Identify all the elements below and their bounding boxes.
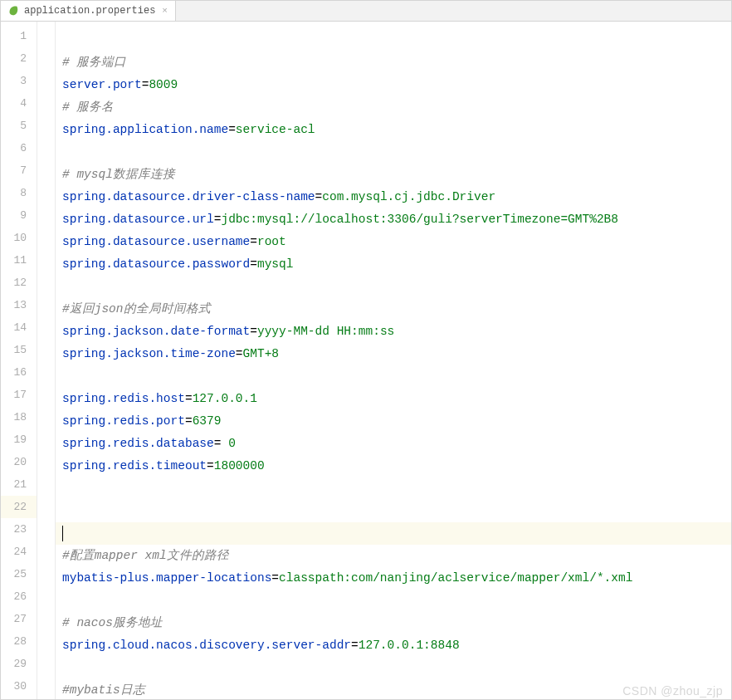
code-line[interactable]: spring.datasource.url=jdbc:mysql://local… <box>62 208 731 231</box>
code-line[interactable] <box>56 522 731 545</box>
property-key: spring.datasource.username <box>62 235 250 248</box>
code-line[interactable]: #mybatis日志 <box>62 679 731 700</box>
line-number: 18 <box>1 406 37 428</box>
property-value: root <box>257 235 286 248</box>
code-line[interactable] <box>62 365 731 388</box>
equals-sign: = <box>185 392 193 405</box>
code-line[interactable]: #配置mapper xml文件的路径 <box>62 545 731 567</box>
comment: # 服务端口 <box>62 56 126 69</box>
comment: # mysql数据库连接 <box>62 168 175 181</box>
code-line[interactable]: spring.cloud.nacos.discovery.server-addr… <box>62 634 731 657</box>
property-key: spring.redis.timeout <box>62 459 207 472</box>
property-value: 127.0.0.1:8848 <box>359 639 460 652</box>
equals-sign: = <box>236 347 243 360</box>
code-line[interactable]: spring.redis.port=6379 <box>62 410 731 433</box>
indent-guide <box>37 22 56 699</box>
line-number: 11 <box>1 249 37 272</box>
property-key: spring.datasource.driver-class-name <box>62 190 315 203</box>
property-key: spring.redis.database <box>62 437 214 450</box>
property-value: 127.0.0.1 <box>193 392 257 405</box>
property-value: 8009 <box>149 78 178 91</box>
editor: 1234567891011121314151617181920212223242… <box>1 22 731 699</box>
equals-sign: = <box>271 571 279 585</box>
property-key: mybatis-plus.mapper-locations <box>62 571 271 585</box>
property-value: yyyy-MM-dd HH:mm:ss <box>257 325 394 338</box>
line-number: 1 <box>1 25 37 47</box>
close-icon[interactable]: × <box>160 7 168 15</box>
line-number: 25 <box>1 563 37 585</box>
line-number: 14 <box>1 316 37 339</box>
property-key: spring.cloud.nacos.discovery.server-addr <box>62 639 351 652</box>
code-line[interactable]: server.port=8009 <box>62 74 731 96</box>
equals-sign: = <box>250 325 257 338</box>
property-key: spring.application.name <box>62 123 228 136</box>
code-line[interactable] <box>62 657 731 679</box>
equals-sign: = <box>214 437 228 450</box>
line-number: 12 <box>1 272 37 294</box>
code-line[interactable] <box>62 590 731 612</box>
line-number: 19 <box>1 428 37 451</box>
property-value: 1800000 <box>214 459 265 472</box>
line-number: 29 <box>1 653 37 675</box>
property-value: classpath:com/nanjing/aclservice/mapper/… <box>279 571 632 585</box>
line-number: 3 <box>1 70 37 92</box>
code-line[interactable] <box>62 477 731 500</box>
line-number: 5 <box>1 115 37 137</box>
equals-sign: = <box>250 257 257 271</box>
line-number: 2 <box>1 47 37 70</box>
code-line[interactable]: spring.redis.host=127.0.0.1 <box>62 388 731 410</box>
property-key: spring.jackson.time-zone <box>62 347 236 360</box>
property-key: spring.redis.port <box>62 414 185 428</box>
line-number: 23 <box>1 518 37 541</box>
property-value: GMT+8 <box>243 347 280 360</box>
code-line[interactable]: spring.datasource.password=mysql <box>62 253 731 276</box>
equals-sign: = <box>185 414 193 428</box>
line-number: 6 <box>1 137 37 159</box>
line-number-gutter: 1234567891011121314151617181920212223242… <box>1 22 37 699</box>
tab-bar: application.properties × <box>1 1 731 22</box>
line-number: 15 <box>1 339 37 361</box>
equals-sign: = <box>315 190 323 203</box>
code-line[interactable] <box>62 141 731 164</box>
line-number: 9 <box>1 204 37 227</box>
code-line[interactable]: spring.datasource.driver-class-name=com.… <box>62 186 731 208</box>
code-line[interactable]: spring.jackson.time-zone=GMT+8 <box>62 343 731 365</box>
property-key: spring.jackson.date-format <box>62 325 250 338</box>
equals-sign: = <box>250 235 257 248</box>
code-line[interactable]: spring.datasource.username=root <box>62 231 731 253</box>
code-area[interactable]: # 服务端口server.port=8009# 服务名spring.applic… <box>56 22 731 699</box>
property-key: spring.redis.host <box>62 392 185 405</box>
code-line[interactable] <box>62 500 731 522</box>
line-number: 7 <box>1 159 37 182</box>
code-line[interactable]: # 服务端口 <box>62 51 731 74</box>
code-line[interactable]: mybatis-plus.mapper-locations=classpath:… <box>62 567 731 590</box>
property-value: 6379 <box>193 414 222 428</box>
line-number: 28 <box>1 630 37 653</box>
code-line[interactable]: # 服务名 <box>62 96 731 119</box>
line-number: 20 <box>1 451 37 473</box>
code-line[interactable]: # nacos服务地址 <box>62 612 731 634</box>
line-number: 16 <box>1 361 37 384</box>
line-number: 13 <box>1 294 37 316</box>
file-tab[interactable]: application.properties × <box>1 1 176 21</box>
code-line[interactable]: spring.application.name=service-acl <box>62 119 731 141</box>
line-number: 30 <box>1 675 37 698</box>
code-line[interactable]: #返回json的全局时间格式 <box>62 298 731 321</box>
code-line[interactable]: spring.jackson.date-format=yyyy-MM-dd HH… <box>62 321 731 343</box>
property-value: service-acl <box>236 123 315 136</box>
equals-sign: = <box>207 459 214 472</box>
line-number: 22 <box>1 496 37 518</box>
code-line[interactable] <box>62 276 731 298</box>
code-line[interactable]: spring.redis.timeout=1800000 <box>62 455 731 477</box>
line-number: 21 <box>1 473 37 496</box>
code-line[interactable]: spring.redis.database= 0 <box>62 433 731 455</box>
line-number: 17 <box>1 384 37 406</box>
code-line[interactable]: # mysql数据库连接 <box>62 164 731 186</box>
comment: #mybatis日志 <box>62 683 145 697</box>
property-key: spring.datasource.password <box>62 257 250 271</box>
property-value: jdbc:mysql://localhost:3306/guli?serverT… <box>221 213 618 226</box>
line-number: 10 <box>1 227 37 249</box>
line-number: 24 <box>1 541 37 563</box>
property-value: 0 <box>228 437 236 450</box>
equals-sign: = <box>351 639 359 652</box>
